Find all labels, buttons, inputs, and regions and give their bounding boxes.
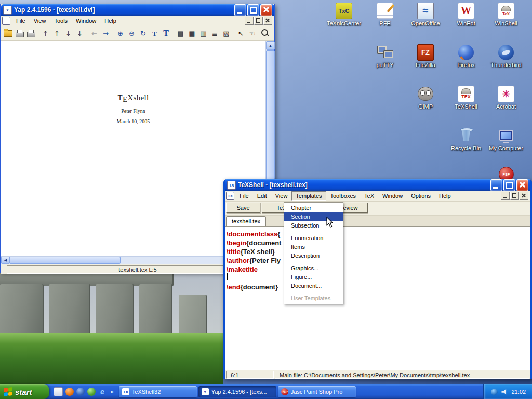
network-tray-icon[interactable] (491, 389, 498, 395)
desktop-icon-thunderbird[interactable]: Thunderbird (486, 44, 526, 68)
minimize-button[interactable] (490, 179, 502, 191)
maximize-button[interactable] (247, 4, 259, 16)
editor-area[interactable]: \documentclass{ \begin{document \title{T… (225, 227, 530, 370)
desktop-icon-pfe[interactable]: PFE (365, 2, 405, 26)
print-setup-icon[interactable] (25, 28, 36, 39)
menu-item-items[interactable]: Items (284, 243, 343, 251)
menu-templates[interactable]: Templates (291, 191, 326, 201)
mdi-restore-button[interactable] (510, 192, 519, 200)
menu-help[interactable]: Help (100, 16, 121, 25)
zoom-out-icon[interactable]: ⊖ (126, 28, 137, 39)
menu-options[interactable]: Options (407, 191, 435, 201)
document-title: TEXshell (1, 41, 265, 102)
refresh-icon[interactable]: ↻ (138, 28, 149, 39)
menu-file[interactable]: File (235, 191, 253, 201)
scroll-up-icon[interactable]: ▲ (266, 41, 275, 50)
open-icon[interactable] (3, 28, 14, 39)
dvi-document-icon (2, 17, 10, 25)
task-texshell32[interactable]: TX TeXShell32 (119, 386, 197, 397)
icon-label: TeXShell (446, 103, 486, 110)
desktop-icon-winshell[interactable]: TeX WinShell (486, 2, 526, 26)
menu-window[interactable]: Window (72, 16, 100, 25)
close-button[interactable] (516, 179, 528, 191)
next-page-icon[interactable]: ↓ (63, 28, 74, 39)
layout-continuous-icon[interactable]: ≣ (209, 28, 220, 39)
menu-tools[interactable]: Tools (50, 16, 72, 25)
thunderbird-quicklaunch-icon[interactable] (76, 388, 85, 396)
menu-window[interactable]: Window (378, 191, 407, 201)
layout-grid-icon[interactable]: ▦ (187, 28, 197, 39)
menu-tex[interactable]: TeX (360, 191, 378, 201)
desktop-icon-gimp[interactable]: GIMP (405, 85, 446, 110)
volume-tray-icon[interactable] (501, 389, 508, 395)
menu-item-subsection[interactable]: Subsection (284, 221, 343, 230)
thunderbird-icon (498, 44, 515, 61)
prev-page-icon[interactable]: ↑ (51, 28, 62, 39)
start-button[interactable]: start (0, 384, 49, 399)
magnifier-tool-icon[interactable] (258, 28, 269, 39)
forward-icon[interactable]: → (100, 28, 111, 39)
menu-item-enumeration[interactable]: Enumeration (284, 234, 343, 243)
desktop-icon-my-computer[interactable]: My Computer (486, 127, 526, 151)
task-paint-shop-pro[interactable]: PSP Jasc Paint Shop Pro (278, 386, 356, 397)
menu-item-user-templates[interactable]: User Templates (284, 294, 343, 303)
menu-item-graphics[interactable]: Graphics... (284, 264, 343, 273)
tab-texshell-tex[interactable]: texshell.tex (226, 216, 266, 226)
firefox-icon (458, 44, 475, 61)
desktop-icon-recycle-bin[interactable]: Recycle Bin (446, 127, 486, 151)
desktop-icon-acrobat[interactable]: ✳ Acrobat (486, 85, 526, 110)
menu-view[interactable]: View (30, 16, 50, 25)
back-icon[interactable]: ← (89, 28, 100, 39)
zoom-in-icon[interactable]: ⊕ (115, 28, 126, 39)
desktop-icon-texniccenter[interactable]: TxC TeXnicCenter (324, 2, 364, 26)
vertical-scroll-thumb[interactable] (266, 50, 275, 179)
texshell-titlebar[interactable]: TX TeXShell - [texshell.tex] (225, 179, 530, 191)
desktop-icon-openoffice[interactable]: ≈ OpenOffice (405, 2, 446, 26)
layout-columns-icon[interactable]: ▥ (198, 28, 209, 39)
menu-item-document[interactable]: Document... (284, 282, 343, 290)
quicklaunch-overflow-chevron[interactable]: » (109, 388, 115, 395)
horizontal-scroll-thumb[interactable] (9, 257, 121, 264)
mdi-minimize-button[interactable] (501, 192, 510, 200)
maximize-button[interactable] (503, 179, 515, 191)
mdi-close-button[interactable] (263, 17, 272, 25)
messenger-quicklaunch-icon[interactable] (87, 388, 96, 396)
yap-titlebar[interactable]: Y Yap 2.4.1596 - [texshell.dvi] (1, 4, 274, 16)
save-button[interactable]: Save (226, 203, 260, 213)
mdi-close-button[interactable] (520, 192, 528, 200)
select-tool-icon[interactable]: ↖ (235, 28, 246, 39)
mdi-restore-button[interactable] (254, 17, 263, 25)
internet-explorer-icon[interactable]: e (98, 388, 107, 396)
desktop-icon-texshell[interactable]: TEX TeXShell (446, 85, 486, 110)
layout-single-icon[interactable]: ▤ (175, 28, 186, 39)
menu-edit[interactable]: Edit (253, 191, 271, 201)
menu-item-description[interactable]: Description (284, 251, 343, 260)
hand-tool-icon[interactable]: ☜ (247, 28, 258, 39)
menu-help[interactable]: Help (435, 191, 455, 201)
desktop-icon-filezilla[interactable]: FZ FileZilla (405, 44, 446, 68)
cursor-position: 6:1 (226, 371, 274, 379)
icon-label: FileZilla (405, 62, 446, 68)
menu-item-figure[interactable]: Figure... (284, 273, 343, 282)
scroll-left-icon[interactable]: ◀ (1, 257, 10, 264)
print-icon[interactable] (14, 28, 25, 39)
text-large-icon[interactable]: T (161, 28, 171, 39)
menu-file[interactable]: File (12, 16, 30, 25)
minimize-button[interactable] (234, 4, 246, 16)
close-button[interactable] (260, 4, 272, 16)
last-page-icon[interactable]: ↓ (74, 28, 85, 39)
menu-item-section[interactable]: Section (284, 212, 343, 221)
firefox-quicklaunch-icon[interactable] (65, 388, 74, 396)
menu-item-chapter[interactable]: Chapter (284, 204, 343, 212)
desktop-icon-firefox[interactable]: Firefox (446, 44, 486, 68)
menu-view[interactable]: View (271, 191, 292, 201)
desktop-icon-winedt[interactable]: W WinEdt (446, 2, 486, 26)
text-mode-icon[interactable]: T (149, 28, 160, 39)
show-desktop-icon[interactable] (54, 387, 63, 396)
first-page-icon[interactable]: ↑ (40, 28, 51, 39)
layout-facing-icon[interactable]: ▧ (221, 28, 232, 39)
mdi-minimize-button[interactable] (245, 17, 254, 25)
menu-toolboxes[interactable]: Toolboxes (326, 191, 361, 201)
task-yap[interactable]: Y Yap 2.4.1596 - [texs... (198, 386, 276, 397)
desktop-icon-putty[interactable]: puTTY (365, 44, 405, 68)
